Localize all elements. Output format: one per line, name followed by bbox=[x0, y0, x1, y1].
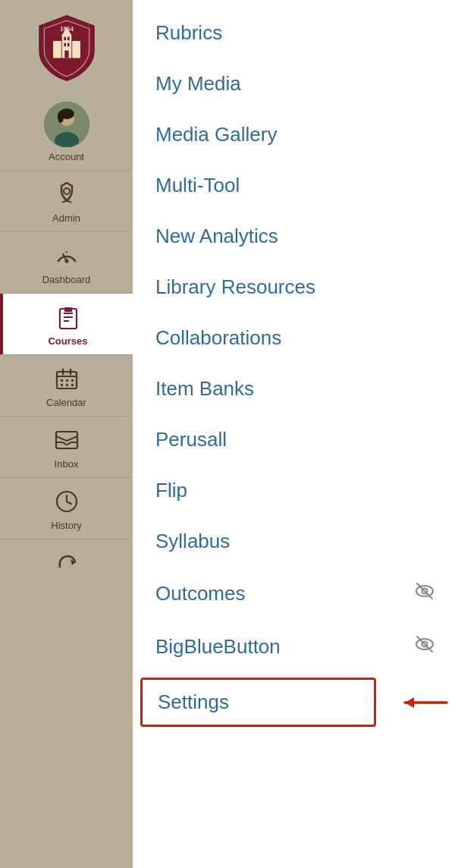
svg-rect-26 bbox=[64, 307, 72, 312]
sidebar-item-logout[interactable] bbox=[0, 539, 133, 585]
svg-rect-36 bbox=[71, 384, 74, 386]
menu-item-new-analytics[interactable]: New Analytics bbox=[133, 211, 458, 262]
navigation-menu: Rubrics My Media Media Gallery Multi-Too… bbox=[133, 0, 458, 731]
svg-rect-11 bbox=[72, 41, 80, 45]
dashboard-icon bbox=[52, 241, 81, 270]
inbox-icon bbox=[52, 426, 81, 454]
svg-rect-9 bbox=[72, 45, 80, 58]
svg-rect-33 bbox=[71, 379, 74, 382]
svg-point-16 bbox=[58, 111, 64, 123]
flip-label: Flip bbox=[155, 479, 187, 502]
library-resources-label: Library Resources bbox=[155, 275, 315, 299]
svg-rect-32 bbox=[66, 379, 68, 382]
calendar-icon bbox=[52, 364, 81, 393]
menu-item-multi-tool[interactable]: Multi-Tool bbox=[133, 160, 458, 211]
svg-point-17 bbox=[64, 188, 70, 194]
sidebar-item-calendar[interactable]: Calendar bbox=[0, 355, 133, 416]
menu-item-my-media[interactable]: My Media bbox=[133, 58, 458, 109]
menu-item-flip[interactable]: Flip bbox=[133, 465, 458, 516]
settings-arrow-indicator bbox=[397, 691, 450, 714]
user-avatar-icon bbox=[44, 102, 89, 147]
sidebar-item-account-label: Account bbox=[49, 151, 84, 162]
menu-item-rubrics[interactable]: Rubrics bbox=[133, 8, 458, 58]
collaborations-label: Collaborations bbox=[155, 326, 281, 350]
admin-icon bbox=[52, 180, 81, 209]
item-banks-label: Item Banks bbox=[155, 377, 254, 401]
menu-item-perusall[interactable]: Perusall bbox=[133, 414, 458, 465]
menu-item-syllabus[interactable]: Syllabus bbox=[133, 516, 458, 567]
history-icon bbox=[52, 487, 81, 516]
menu-item-library-resources[interactable]: Library Resources bbox=[133, 262, 458, 313]
syllabus-label: Syllabus bbox=[155, 530, 230, 553]
courses-icon bbox=[54, 303, 83, 332]
university-shield-icon: 1864 bbox=[33, 14, 101, 82]
svg-rect-8 bbox=[53, 45, 61, 58]
svg-rect-6 bbox=[67, 43, 69, 47]
sidebar-item-inbox[interactable]: Inbox bbox=[0, 417, 133, 477]
my-media-label: My Media bbox=[155, 72, 241, 96]
perusall-label: Perusall bbox=[155, 428, 227, 451]
svg-rect-35 bbox=[66, 384, 68, 386]
avatar bbox=[44, 102, 89, 147]
outcomes-hidden-icon bbox=[414, 580, 435, 606]
menu-item-bigbluebutton[interactable]: BigBlueButton bbox=[133, 620, 458, 673]
media-gallery-label: Media Gallery bbox=[155, 123, 277, 146]
sidebar-item-inbox-label: Inbox bbox=[55, 458, 79, 470]
sidebar-item-history[interactable]: History bbox=[0, 478, 133, 539]
new-analytics-label: New Analytics bbox=[155, 225, 278, 248]
sidebar: 1864 bbox=[0, 0, 133, 868]
sidebar-item-history-label: History bbox=[51, 520, 81, 531]
menu-item-media-gallery[interactable]: Media Gallery bbox=[133, 109, 458, 160]
svg-rect-7 bbox=[64, 51, 68, 58]
menu-item-item-banks[interactable]: Item Banks bbox=[133, 363, 458, 414]
sidebar-item-courses-label: Courses bbox=[48, 335, 87, 347]
svg-line-42 bbox=[67, 502, 71, 504]
logout-icon bbox=[52, 549, 81, 577]
menu-item-collaborations[interactable]: Collaborations bbox=[133, 313, 458, 363]
svg-rect-10 bbox=[53, 41, 61, 45]
svg-rect-34 bbox=[61, 384, 63, 386]
sidebar-item-account[interactable]: Account bbox=[0, 93, 133, 170]
menu-item-settings-row: Settings bbox=[133, 673, 458, 731]
menu-item-settings[interactable]: Settings bbox=[140, 678, 376, 727]
svg-point-18 bbox=[64, 259, 68, 263]
svg-rect-3 bbox=[64, 37, 66, 41]
sidebar-item-admin-label: Admin bbox=[52, 212, 80, 224]
svg-rect-5 bbox=[64, 43, 66, 47]
settings-label: Settings bbox=[158, 690, 229, 714]
bigbluebutton-hidden-icon bbox=[414, 634, 435, 659]
sidebar-item-dashboard-label: Dashboard bbox=[42, 274, 91, 285]
sidebar-item-admin[interactable]: Admin bbox=[0, 171, 133, 231]
svg-rect-4 bbox=[67, 37, 69, 41]
outcomes-label: Outcomes bbox=[155, 582, 246, 605]
main-content: Rubrics My Media Media Gallery Multi-Too… bbox=[133, 0, 458, 868]
bigbluebutton-label: BigBlueButton bbox=[155, 635, 281, 659]
sidebar-item-calendar-label: Calendar bbox=[46, 397, 86, 408]
arrow-left-icon bbox=[397, 691, 450, 714]
sidebar-item-dashboard[interactable]: Dashboard bbox=[0, 232, 133, 293]
svg-marker-51 bbox=[405, 697, 414, 708]
sidebar-item-courses[interactable]: Courses bbox=[0, 294, 133, 354]
svg-rect-31 bbox=[61, 379, 63, 382]
multi-tool-label: Multi-Tool bbox=[155, 174, 240, 197]
sidebar-logo: 1864 bbox=[0, 0, 133, 93]
menu-item-outcomes[interactable]: Outcomes bbox=[133, 567, 458, 620]
rubrics-label: Rubrics bbox=[155, 21, 222, 45]
